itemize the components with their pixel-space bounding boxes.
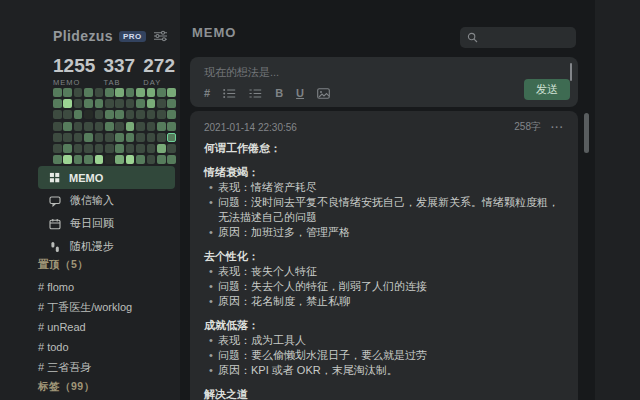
heatmap-cell: [115, 133, 124, 142]
heatmap-cell: [147, 110, 156, 119]
ordered-list-icon[interactable]: [249, 88, 262, 99]
sidebar-item-calendar[interactable]: 每日回顾: [38, 212, 175, 235]
settings-sliders-icon[interactable]: [153, 30, 168, 42]
heatmap-cell: [157, 144, 166, 153]
heatmap-cell: [74, 133, 83, 142]
more-menu-icon[interactable]: ···: [551, 122, 564, 133]
stat-tab: 337TAB: [103, 56, 135, 87]
composer-scrollbar: [570, 63, 572, 81]
bullet-dot: •: [204, 195, 218, 225]
pinned-tag[interactable]: # flomo: [38, 277, 175, 297]
heatmap-cell: [95, 122, 104, 131]
bullet-list-icon[interactable]: [223, 88, 236, 99]
heatmap-cell: [167, 99, 176, 108]
heatmap-cell: [95, 110, 104, 119]
chat-icon: [49, 195, 61, 207]
image-icon[interactable]: [317, 88, 330, 99]
sidebar: Plidezus PRO 1255MEMO337TAB272DAY MEMO微信…: [0, 0, 180, 400]
stat-value: 1255: [53, 56, 95, 76]
section-heading: 情绪衰竭：: [204, 165, 564, 180]
heatmap-cell: [63, 99, 72, 108]
pinned-tag[interactable]: # todo: [38, 337, 175, 357]
heatmap-cell: [115, 88, 124, 97]
bold-icon[interactable]: B: [275, 88, 283, 99]
heatmap-cell: [157, 88, 166, 97]
heatmap-cell: [136, 110, 145, 119]
heatmap-cell: [105, 133, 114, 142]
memo-word-count: 258字: [514, 120, 541, 134]
heatmap-cell: [147, 88, 156, 97]
bullet-text: 问题：没时间去平复不良情绪安抚自己，发展新关系。情绪颗粒度粗，无法描述自己的问题: [218, 195, 564, 225]
bullet-text: 原因：KPI 或者 OKR，末尾淘汰制。: [218, 363, 564, 378]
heatmap-cell: [84, 110, 93, 119]
heatmap-cell: [74, 99, 83, 108]
search-icon: [467, 32, 478, 43]
sidebar-item-label: 每日回顾: [70, 216, 114, 231]
sidebar-item-walk[interactable]: 随机漫步: [38, 235, 175, 258]
heatmap-cell: [84, 155, 93, 164]
pinned-header: 置顶（5）: [38, 258, 88, 272]
bullet-dot: •: [204, 279, 218, 294]
memo-date: 2021-01-14 22:30:56: [204, 122, 297, 133]
pro-badge: PRO: [119, 31, 146, 42]
main-panel: MEMO 现在的想法是... #BU 发送 2021-01-14 22:30:5…: [180, 0, 595, 400]
heatmap-cell: [115, 110, 124, 119]
heatmap-cell: [167, 133, 176, 142]
search-input[interactable]: [483, 31, 567, 44]
vertical-scrollbar[interactable]: [584, 113, 589, 153]
tags-header: 标签（99）: [38, 380, 95, 394]
memo-title: 何谓工作倦怠：: [204, 141, 564, 156]
underline-icon[interactable]: U: [296, 88, 304, 99]
heatmap-cell: [95, 99, 104, 108]
sidebar-item-label: 微信输入: [70, 193, 114, 208]
memo-section: 解决之道•战略：选择轻度脑力 + 中度体力，成为内在动机驱使的人: [204, 387, 564, 400]
sidebar-item-grid[interactable]: MEMO: [38, 166, 175, 189]
page-title: MEMO: [192, 25, 236, 40]
pinned-tags-list: # flomo# 丁香医生/worklog# unRead# todo# 三省吾…: [38, 277, 175, 377]
heatmap-cell: [167, 88, 176, 97]
pinned-tag[interactable]: # 三省吾身: [38, 357, 175, 377]
heatmap-cell: [147, 155, 156, 164]
heatmap-cell: [126, 133, 135, 142]
grid-icon: [49, 172, 60, 183]
bullet-item: •原因：加班过多，管理严格: [204, 225, 564, 240]
heatmap-cell: [63, 155, 72, 164]
memo-section: 去个性化：•表现：丧失个人特征•问题：失去个人的特征，削弱了人们的连接•原因：花…: [204, 249, 564, 309]
memo-content: 何谓工作倦怠： 情绪衰竭：•表现：情绪资产耗尽•问题：没时间去平复不良情绪安抚自…: [204, 141, 564, 400]
sidebar-item-chat[interactable]: 微信输入: [38, 189, 175, 212]
heatmap-cell: [105, 110, 114, 119]
composer-placeholder[interactable]: 现在的想法是...: [204, 65, 279, 80]
walk-icon: [49, 241, 61, 253]
stat-day: 272DAY: [143, 56, 175, 87]
heatmap-cell: [136, 122, 145, 131]
heatmap-cell: [126, 110, 135, 119]
stat-label: DAY: [143, 78, 175, 87]
section-heading: 去个性化：: [204, 249, 564, 264]
app-logo: Plidezus: [53, 28, 113, 44]
section-heading: 成就低落：: [204, 318, 564, 333]
pinned-tag[interactable]: # 丁香医生/worklog: [38, 297, 175, 317]
sidebar-item-label: MEMO: [69, 172, 103, 184]
heatmap-cell: [63, 133, 72, 142]
bullet-item: •问题：没时间去平复不良情绪安抚自己，发展新关系。情绪颗粒度粗，无法描述自己的问…: [204, 195, 564, 225]
heatmap-cell: [74, 110, 83, 119]
hash-icon[interactable]: #: [204, 88, 210, 99]
search-box[interactable]: [460, 27, 576, 48]
heatmap-cell: [53, 88, 62, 97]
stat-memo: 1255MEMO: [53, 56, 95, 87]
bullet-dot: •: [204, 225, 218, 240]
pinned-tag[interactable]: # unRead: [38, 317, 175, 337]
heatmap-cell: [126, 144, 135, 153]
bullet-text: 原因：花名制度，禁止私聊: [218, 294, 564, 309]
memo-composer[interactable]: 现在的想法是... #BU 发送: [190, 57, 578, 107]
memo-section: 成就低落：•表现：成为工具人•问题：要么偷懒划水混日子，要么就是过劳•原因：KP…: [204, 318, 564, 378]
bullet-text: 问题：要么偷懒划水混日子，要么就是过劳: [218, 348, 564, 363]
bullet-item: •问题：要么偷懒划水混日子，要么就是过劳: [204, 348, 564, 363]
heatmap-cell: [74, 155, 83, 164]
bullet-dot: •: [204, 363, 218, 378]
calendar-icon: [49, 218, 61, 230]
heatmap-cell: [74, 122, 83, 131]
composer-toolbar: #BU: [204, 88, 330, 99]
heatmap-cell: [105, 144, 114, 153]
send-button[interactable]: 发送: [524, 79, 570, 100]
